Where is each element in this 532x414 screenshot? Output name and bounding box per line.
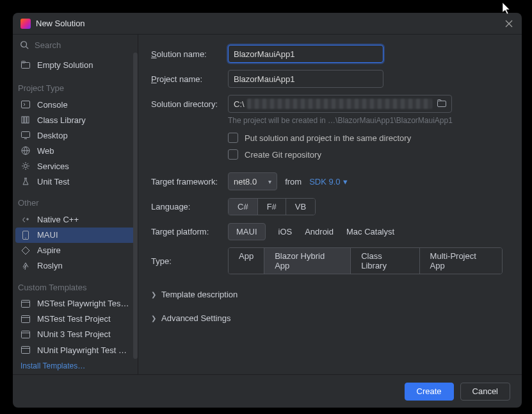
type-segmented: App Blazor Hybrid App Class Library Mult… bbox=[228, 247, 503, 274]
target-framework-select[interactable]: net8.0 ▾ bbox=[228, 172, 277, 190]
checkbox-label: Create Git repository bbox=[245, 150, 321, 160]
sidebar-item-label: Aspire bbox=[37, 245, 61, 255]
sidebar-item-desktop[interactable]: Desktop bbox=[13, 128, 138, 143]
type-blazor-hybrid[interactable]: Blazor Hybrid App bbox=[264, 248, 351, 274]
svg-rect-7 bbox=[22, 132, 30, 138]
lang-csharp[interactable]: C# bbox=[229, 199, 258, 215]
sidebar-item-class-library[interactable]: Class Library bbox=[13, 112, 138, 128]
platform-ios[interactable]: iOS bbox=[278, 227, 293, 236]
search-input[interactable] bbox=[35, 40, 138, 50]
sidebar-item-label: Console bbox=[37, 100, 68, 110]
svg-rect-16 bbox=[438, 101, 446, 106]
sidebar-item-console[interactable]: Console bbox=[13, 97, 138, 112]
checkbox-box bbox=[228, 149, 238, 160]
sidebar-item-nunit-playwright[interactable]: NUnit Playwright Test … bbox=[13, 342, 138, 358]
test-icon bbox=[20, 176, 31, 186]
close-icon[interactable] bbox=[504, 19, 514, 29]
sidebar-item-aspire[interactable]: Aspire bbox=[13, 243, 138, 258]
type-class-library[interactable]: Class Library bbox=[351, 248, 419, 274]
chevron-right-icon: ❯ bbox=[151, 315, 156, 322]
solution-directory-label: Solution directory: bbox=[151, 99, 228, 109]
project-name-input[interactable] bbox=[228, 70, 383, 88]
sidebar-item-label: MSTest Playwright Tes… bbox=[37, 299, 129, 308]
solution-directory-value: C:\ bbox=[234, 99, 245, 109]
create-button[interactable]: Create bbox=[405, 383, 454, 401]
type-label: Type: bbox=[151, 256, 228, 266]
template-icon bbox=[20, 329, 31, 340]
sidebar-item-roslyn[interactable]: Roslyn bbox=[13, 258, 138, 274]
path-hint: The project will be created in …\BlazorM… bbox=[228, 116, 503, 125]
chevron-down-icon: ▾ bbox=[268, 178, 271, 185]
section-label-other: Other bbox=[13, 189, 138, 211]
expander-label: Template description bbox=[161, 290, 238, 299]
roslyn-icon bbox=[20, 261, 31, 271]
svg-rect-4 bbox=[22, 117, 24, 123]
sidebar-item-label: Services bbox=[37, 161, 69, 171]
folder-icon[interactable] bbox=[437, 99, 446, 109]
console-icon bbox=[20, 99, 31, 110]
platform-mac-catalyst[interactable]: Mac Catalyst bbox=[346, 227, 394, 236]
template-description-expander[interactable]: ❯ Template description bbox=[151, 290, 503, 299]
type-multi-project[interactable]: Multi-Project App bbox=[420, 248, 502, 274]
svg-rect-3 bbox=[22, 101, 30, 108]
expander-label: Advanced Settings bbox=[161, 313, 230, 323]
svg-rect-5 bbox=[24, 117, 26, 123]
sidebar-item-label: Unit Test bbox=[37, 177, 69, 186]
sidebar-item-maui[interactable]: MAUI bbox=[15, 228, 135, 243]
template-icon bbox=[20, 314, 31, 324]
sidebar-item-unit-test[interactable]: Unit Test bbox=[13, 174, 138, 189]
target-platform-label: Target platform: bbox=[151, 227, 228, 236]
desktop-icon bbox=[20, 130, 31, 140]
advanced-settings-expander[interactable]: ❯ Advanced Settings bbox=[151, 313, 503, 323]
sidebar-item-label: Web bbox=[37, 146, 54, 156]
sdk-link[interactable]: SDK 9.0 ▾ bbox=[309, 177, 347, 186]
library-icon bbox=[20, 115, 31, 125]
checkbox-label: Put solution and project in the same dir… bbox=[245, 133, 411, 143]
solution-name-label: Solution name: bbox=[151, 49, 228, 59]
type-app[interactable]: App bbox=[229, 248, 264, 274]
cpp-icon bbox=[20, 215, 31, 225]
sidebar-item-label: Roslyn bbox=[37, 261, 63, 270]
svg-point-0 bbox=[21, 42, 27, 47]
template-icon bbox=[20, 299, 31, 309]
sidebar-item-native-cpp[interactable]: Native C++ bbox=[13, 211, 138, 227]
aspire-icon bbox=[20, 245, 31, 256]
from-label: from bbox=[285, 177, 302, 186]
solution-directory-input[interactable]: C:\ bbox=[228, 95, 452, 113]
lang-fsharp[interactable]: F# bbox=[258, 199, 286, 215]
platform-android[interactable]: Android bbox=[305, 227, 334, 236]
language-label: Language: bbox=[151, 202, 228, 211]
project-name-label: Project name: bbox=[151, 74, 228, 84]
sidebar-item-mstest-playwright[interactable]: MSTest Playwright Tes… bbox=[13, 296, 138, 311]
lang-vb[interactable]: VB bbox=[286, 199, 315, 215]
svg-point-9 bbox=[24, 165, 28, 168]
sidebar-item-services[interactable]: Services bbox=[13, 158, 138, 174]
sidebar-item-web[interactable]: Web bbox=[13, 143, 138, 158]
checkbox-box bbox=[228, 133, 238, 143]
chevron-right-icon: ❯ bbox=[151, 291, 156, 298]
sidebar-item-label: Desktop bbox=[37, 131, 68, 140]
solution-name-input[interactable] bbox=[228, 45, 383, 63]
section-label-project-type: Project Type bbox=[13, 74, 138, 97]
sidebar-item-label: NUnit Playwright Test … bbox=[37, 345, 127, 355]
install-templates-link[interactable]: Install Templates… bbox=[13, 358, 138, 374]
sidebar-item-label: Native C++ bbox=[37, 215, 79, 224]
platform-maui[interactable]: MAUI bbox=[228, 223, 266, 240]
sidebar-scrollbar[interactable] bbox=[133, 53, 138, 359]
web-icon bbox=[20, 145, 31, 156]
sidebar-item-label: Empty Solution bbox=[37, 60, 93, 70]
create-git-checkbox[interactable]: Create Git repository bbox=[228, 149, 503, 160]
cancel-button[interactable]: Cancel bbox=[460, 383, 510, 401]
sidebar-item-nunit3[interactable]: NUnit 3 Test Project bbox=[13, 327, 138, 342]
sidebar-item-empty-solution[interactable]: Empty Solution bbox=[13, 55, 138, 74]
gear-icon bbox=[20, 161, 31, 171]
svg-rect-15 bbox=[22, 347, 30, 354]
svg-point-11 bbox=[25, 237, 26, 238]
sidebar-item-mstest[interactable]: MSTest Test Project bbox=[13, 311, 138, 327]
target-framework-label: Target framework: bbox=[151, 177, 228, 186]
same-directory-checkbox[interactable]: Put solution and project in the same dir… bbox=[228, 133, 503, 143]
redacted-path bbox=[247, 99, 432, 109]
svg-rect-1 bbox=[22, 63, 30, 69]
svg-rect-14 bbox=[22, 331, 30, 338]
template-icon bbox=[20, 345, 31, 355]
